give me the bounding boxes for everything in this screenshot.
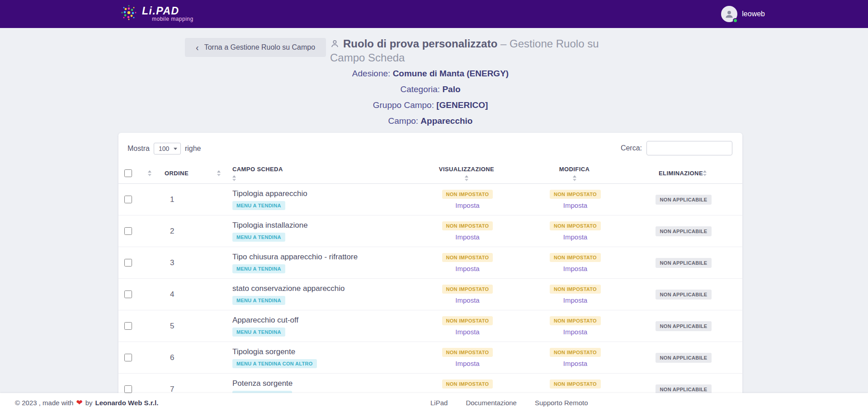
user-avatar-icon <box>721 6 737 22</box>
status-badge: NON IMPOSTATO <box>550 316 601 325</box>
row-checkbox[interactable] <box>124 322 132 330</box>
visualizzazione-cell: NON IMPOSTATO Imposta <box>414 247 521 278</box>
table-row: 6 Tipologia sorgente MENU A TENDINA CON … <box>118 342 742 374</box>
row-checkbox[interactable] <box>124 196 132 203</box>
header-modifica[interactable]: MODIFICA <box>521 163 629 183</box>
sort-icon[interactable] <box>703 170 707 176</box>
field-type-badge: MENU A TENDINA <box>232 201 285 210</box>
search-control: Cerca: <box>621 141 732 155</box>
visualizzazione-cell: NON IMPOSTATO Imposta <box>414 310 521 342</box>
status-badge: NON IMPOSTATO <box>442 253 493 262</box>
logo-subtitle: mobile mapping <box>152 16 193 22</box>
copyright-text: © 2023 , made with ❤ by Leonardo Web S.r… <box>15 393 158 412</box>
status-badge: NON APPLICABILE <box>656 226 712 236</box>
imposta-link[interactable]: Imposta <box>563 360 587 367</box>
header-campo-scheda[interactable]: CAMPO SCHEDA <box>228 163 414 183</box>
eliminazione-cell: NON APPLICABILE <box>629 342 738 373</box>
sort-icon[interactable] <box>148 170 151 176</box>
meta-campo: Campo: Apparecchio <box>118 116 742 132</box>
eliminazione-cell: NON APPLICABILE <box>629 184 738 215</box>
imposta-link[interactable]: Imposta <box>563 201 587 209</box>
imposta-link[interactable]: Imposta <box>563 265 587 272</box>
imposta-link[interactable]: Imposta <box>455 201 479 209</box>
row-campo-cell: Tipo chiusura apparecchio - rifrattore M… <box>228 247 414 278</box>
context-info: Adesione: Comune di Manta (ENERGY) Categ… <box>118 69 742 132</box>
footer-link-supporto-remoto[interactable]: Supporto Remoto <box>535 399 588 407</box>
table-controls: Mostra 100 righe Cerca: <box>118 133 742 163</box>
status-badge: NON IMPOSTATO <box>550 348 601 357</box>
header-ordine[interactable]: ORDINE <box>159 163 228 183</box>
app-logo[interactable]: Li.PAD mobile mapping <box>120 4 193 23</box>
eliminazione-cell: NON APPLICABILE <box>629 310 738 342</box>
rows-word-label: righe <box>185 145 201 153</box>
modifica-cell: NON IMPOSTATO Imposta <box>521 310 629 342</box>
imposta-link[interactable]: Imposta <box>455 233 479 241</box>
row-campo-cell: Apparecchio cut-off MENU A TENDINA <box>228 310 414 342</box>
sort-icon[interactable] <box>217 170 221 176</box>
online-status-dot <box>733 18 738 23</box>
row-checkbox[interactable] <box>124 259 132 267</box>
row-order: 2 <box>159 215 228 247</box>
heart-icon: ❤ <box>76 398 82 407</box>
page-size-control: Mostra 100 righe <box>127 143 201 154</box>
modifica-cell: NON IMPOSTATO Imposta <box>521 184 629 215</box>
eliminazione-cell: NON APPLICABILE <box>629 215 738 247</box>
imposta-link[interactable]: Imposta <box>455 296 479 304</box>
field-name: Tipologia sorgente <box>232 347 295 356</box>
status-badge: NON APPLICABILE <box>656 290 712 300</box>
select-all-checkbox[interactable] <box>124 169 132 177</box>
user-menu[interactable]: leoweb <box>721 0 765 28</box>
row-checkbox[interactable] <box>124 354 132 361</box>
visualizzazione-cell: NON IMPOSTATO Imposta <box>414 342 521 373</box>
page-footer: © 2023 , made with ❤ by Leonardo Web S.r… <box>0 393 868 412</box>
username-label: leoweb <box>742 10 765 18</box>
field-name: Apparecchio cut-off <box>232 316 298 325</box>
sort-icon[interactable] <box>232 175 236 181</box>
header-eliminazione[interactable]: ELIMINAZIONE <box>629 163 738 183</box>
visualizzazione-cell: NON IMPOSTATO Imposta <box>414 215 521 247</box>
page-title: Ruolo di prova personalizzato – Gestione… <box>330 37 630 65</box>
table-row: 2 Tipologia installazione MENU A TENDINA… <box>118 215 742 247</box>
row-checkbox[interactable] <box>124 290 132 298</box>
imposta-link[interactable]: Imposta <box>455 360 479 367</box>
sort-icon[interactable] <box>573 175 576 181</box>
logo-starburst-icon <box>120 4 137 23</box>
imposta-link[interactable]: Imposta <box>455 328 479 336</box>
row-order: 4 <box>159 279 228 310</box>
imposta-link[interactable]: Imposta <box>563 296 587 304</box>
status-badge: NON IMPOSTATO <box>442 348 493 357</box>
field-type-badge: MENU A TENDINA CON ALTRO <box>232 359 317 368</box>
eliminazione-cell: NON APPLICABILE <box>629 247 738 278</box>
footer-link-lipad[interactable]: LiPad <box>430 399 448 407</box>
page-size-select[interactable]: 100 <box>154 143 181 154</box>
meta-gruppo-campo: Gruppo Campo: [GENERICO] <box>118 100 742 116</box>
visualizzazione-cell: NON IMPOSTATO Imposta <box>414 279 521 310</box>
header-visualizzazione[interactable]: VISUALIZZAZIONE <box>414 163 521 183</box>
status-badge: NON IMPOSTATO <box>550 253 601 262</box>
back-button[interactable]: ‹ Torna a Gestione Ruolo su Campo <box>185 38 326 57</box>
visualizzazione-cell: NON IMPOSTATO Imposta <box>414 184 521 215</box>
eliminazione-cell: NON APPLICABILE <box>629 279 738 310</box>
field-type-badge: MENU A TENDINA <box>232 328 285 337</box>
sort-icon[interactable] <box>465 175 468 181</box>
back-button-label: Torna a Gestione Ruolo su Campo <box>204 43 315 52</box>
search-input[interactable] <box>646 141 732 155</box>
row-checkbox[interactable] <box>124 227 132 235</box>
status-badge: NON APPLICABILE <box>656 321 712 331</box>
table-row: 3 Tipo chiusura apparecchio - rifrattore… <box>118 247 742 279</box>
imposta-link[interactable]: Imposta <box>455 265 479 272</box>
footer-link-documentazione[interactable]: Documentazione <box>466 399 517 407</box>
modifica-cell: NON IMPOSTATO Imposta <box>521 247 629 278</box>
field-name: stato conservazione apparecchio <box>232 284 345 293</box>
row-campo-cell: Tipologia apparecchio MENU A TENDINA <box>228 184 414 215</box>
back-chevron-icon: ‹ <box>196 43 199 52</box>
status-badge: NON IMPOSTATO <box>442 316 493 325</box>
row-checkbox[interactable] <box>124 385 132 393</box>
imposta-link[interactable]: Imposta <box>563 233 587 241</box>
field-name: Tipologia apparecchio <box>232 189 307 198</box>
show-label: Mostra <box>127 145 150 153</box>
imposta-link[interactable]: Imposta <box>563 328 587 336</box>
status-badge: NON IMPOSTATO <box>550 190 601 199</box>
header-select-all-cell <box>123 163 159 183</box>
field-name: Tipologia installazione <box>232 221 308 230</box>
